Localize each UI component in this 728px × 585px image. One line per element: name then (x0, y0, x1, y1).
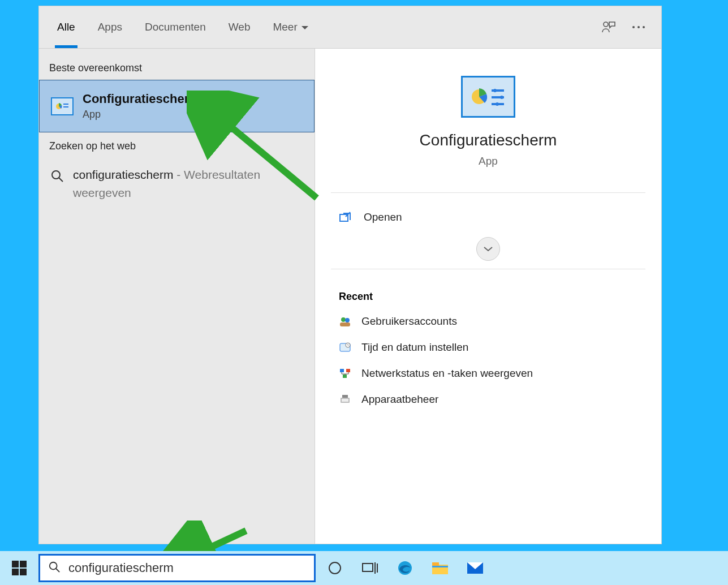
result-subtype: App (83, 109, 200, 121)
web-result-text: configuratiescherm - Webresultaten weerg… (73, 166, 303, 201)
start-button[interactable] (3, 552, 35, 584)
svg-rect-21 (340, 322, 350, 326)
svg-point-1 (632, 26, 635, 28)
svg-rect-29 (342, 395, 348, 398)
svg-line-37 (56, 569, 59, 572)
svg-point-36 (50, 562, 57, 570)
clock-icon (339, 341, 351, 354)
svg-point-19 (341, 317, 346, 322)
task-view-icon[interactable] (354, 552, 386, 584)
recent-item-label: Tijd en datum instellen (361, 341, 468, 354)
recent-item-label: Apparaatbeheer (361, 393, 438, 406)
divider (331, 192, 645, 193)
taskbar-mail-icon[interactable] (459, 552, 491, 584)
recent-tijd-datum[interactable]: Tijd en datum instellen (315, 334, 661, 360)
tabs-bar: Alle Apps Documenten Web Meer (39, 6, 661, 49)
svg-point-8 (52, 171, 60, 179)
svg-point-3 (643, 26, 645, 28)
search-icon (50, 169, 64, 183)
svg-rect-35 (20, 569, 27, 575)
recent-gebruikersaccounts[interactable]: Gebruikersaccounts (315, 308, 661, 334)
svg-point-20 (345, 318, 350, 322)
svg-point-2 (637, 26, 640, 28)
svg-rect-6 (63, 104, 68, 105)
detail-subtype: App (479, 155, 498, 167)
taskbar-search[interactable] (38, 554, 316, 582)
taskbar (0, 551, 728, 585)
network-icon (339, 367, 351, 380)
svg-point-13 (493, 89, 497, 92)
best-match-label: Beste overeenkomst (39, 54, 315, 80)
tab-web[interactable]: Web (217, 6, 262, 48)
svg-point-0 (604, 22, 608, 27)
open-icon (339, 211, 351, 223)
svg-line-9 (59, 178, 63, 182)
taskbar-edge-icon[interactable] (389, 552, 421, 584)
action-open-label: Openen (364, 211, 402, 223)
recent-label: Recent (315, 277, 661, 308)
svg-rect-25 (346, 369, 350, 372)
detail-column: Configuratiescherm App Openen Recent (315, 49, 661, 544)
svg-point-38 (329, 562, 341, 574)
tab-all[interactable]: Alle (46, 6, 87, 48)
ellipsis-icon[interactable] (632, 25, 645, 29)
result-configuratiescherm[interactable]: Configuratiescherm App (39, 80, 315, 132)
svg-rect-28 (342, 399, 348, 402)
control-panel-large-icon (461, 76, 515, 118)
web-section-label: Zoeken op het web (39, 132, 315, 158)
svg-rect-7 (63, 106, 68, 107)
recent-item-label: Netwerkstatus en -taken weergeven (361, 367, 533, 380)
svg-rect-44 (432, 562, 439, 566)
feedback-icon[interactable] (601, 20, 616, 35)
svg-rect-45 (432, 566, 448, 567)
svg-rect-24 (340, 369, 344, 372)
svg-rect-33 (20, 561, 27, 567)
svg-point-17 (496, 102, 499, 106)
tab-apps[interactable]: Apps (87, 6, 133, 48)
tab-documents[interactable]: Documenten (133, 6, 217, 48)
results-column: Beste overeenkomst Configuratiescherm Ap… (39, 49, 315, 544)
divider (331, 269, 645, 269)
devices-icon (339, 393, 351, 406)
svg-rect-32 (12, 561, 19, 567)
search-panel: Alle Apps Documenten Web Meer Beste ove (38, 6, 662, 544)
taskbar-explorer-icon[interactable] (424, 552, 456, 584)
svg-rect-34 (12, 569, 19, 575)
result-title: Configuratiescherm (83, 92, 200, 106)
users-icon (339, 315, 351, 328)
recent-apparaatbeheer[interactable]: Apparaatbeheer (315, 386, 661, 412)
control-panel-icon (51, 97, 74, 115)
recent-netwerkstatus[interactable]: Netwerkstatus en -taken weergeven (315, 360, 661, 386)
cortana-icon[interactable] (319, 552, 351, 584)
svg-point-15 (500, 96, 503, 99)
recent-item-label: Gebruikersaccounts (361, 315, 457, 328)
action-open[interactable]: Openen (315, 201, 661, 234)
web-query: configuratiescherm (73, 168, 173, 181)
tab-more[interactable]: Meer (261, 6, 320, 48)
detail-title: Configuratiescherm (420, 131, 557, 149)
chevron-down-icon (301, 21, 309, 33)
web-result[interactable]: configuratiescherm - Webresultaten weerg… (39, 158, 315, 209)
search-icon (48, 561, 61, 575)
svg-rect-39 (363, 564, 373, 571)
expand-button[interactable] (476, 237, 500, 261)
search-input[interactable] (68, 561, 306, 575)
tab-more-label: Meer (273, 21, 297, 33)
